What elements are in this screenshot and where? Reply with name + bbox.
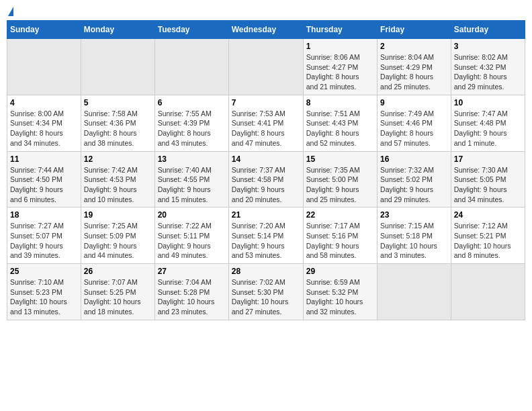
day-number: 24 (454, 210, 522, 220)
weekday-header-thursday: Thursday (303, 21, 377, 39)
calendar-header: SundayMondayTuesdayWednesdayThursdayFrid… (7, 21, 525, 39)
day-info: Sunrise: 7:53 AM Sunset: 4:41 PM Dayligh… (232, 109, 300, 148)
calendar-week-5: 25Sunrise: 7:10 AM Sunset: 5:23 PM Dayli… (7, 264, 525, 320)
calendar-cell: 12Sunrise: 7:42 AM Sunset: 4:53 PM Dayli… (81, 151, 154, 208)
calendar-cell: 28Sunrise: 7:02 AM Sunset: 5:30 PM Dayli… (228, 264, 303, 320)
day-number: 5 (84, 98, 152, 107)
weekday-header-monday: Monday (81, 21, 154, 39)
calendar-cell: 20Sunrise: 7:22 AM Sunset: 5:11 PM Dayli… (154, 208, 228, 264)
calendar-week-1: 1Sunrise: 8:06 AM Sunset: 4:27 PM Daylig… (7, 39, 525, 95)
calendar-cell: 18Sunrise: 7:27 AM Sunset: 5:07 PM Dayli… (7, 208, 81, 264)
calendar-body: 1Sunrise: 8:06 AM Sunset: 4:27 PM Daylig… (7, 39, 525, 320)
day-number: 1 (306, 42, 374, 51)
day-number: 23 (380, 210, 448, 220)
day-number: 26 (84, 267, 152, 276)
calendar-cell: 15Sunrise: 7:35 AM Sunset: 5:00 PM Dayli… (303, 151, 377, 208)
calendar-week-3: 11Sunrise: 7:44 AM Sunset: 4:50 PM Dayli… (7, 151, 525, 208)
day-info: Sunrise: 7:42 AM Sunset: 4:53 PM Dayligh… (84, 165, 152, 205)
calendar-cell (228, 39, 303, 95)
day-number: 17 (454, 154, 522, 164)
calendar-cell: 8Sunrise: 7:51 AM Sunset: 4:43 PM Daylig… (303, 95, 377, 151)
day-info: Sunrise: 7:58 AM Sunset: 4:36 PM Dayligh… (84, 109, 152, 148)
calendar-cell: 22Sunrise: 7:17 AM Sunset: 5:16 PM Dayli… (303, 208, 377, 264)
calendar-cell: 24Sunrise: 7:12 AM Sunset: 5:21 PM Dayli… (451, 208, 525, 264)
day-info: Sunrise: 7:55 AM Sunset: 4:39 PM Dayligh… (158, 109, 226, 148)
day-info: Sunrise: 7:07 AM Sunset: 5:25 PM Dayligh… (84, 277, 152, 317)
day-number: 4 (10, 98, 78, 107)
day-info: Sunrise: 7:27 AM Sunset: 5:07 PM Dayligh… (10, 221, 78, 261)
day-number: 8 (306, 98, 374, 107)
day-number: 2 (380, 42, 448, 51)
calendar-cell: 26Sunrise: 7:07 AM Sunset: 5:25 PM Dayli… (81, 264, 154, 320)
day-info: Sunrise: 7:15 AM Sunset: 5:18 PM Dayligh… (380, 221, 448, 261)
day-info: Sunrise: 8:02 AM Sunset: 4:32 PM Dayligh… (454, 52, 522, 92)
day-info: Sunrise: 7:51 AM Sunset: 4:43 PM Dayligh… (306, 109, 374, 148)
calendar-cell (154, 39, 228, 95)
day-number: 25 (10, 267, 78, 276)
calendar-cell: 11Sunrise: 7:44 AM Sunset: 4:50 PM Dayli… (7, 151, 81, 208)
weekday-header-wednesday: Wednesday (228, 21, 303, 39)
day-info: Sunrise: 7:44 AM Sunset: 4:50 PM Dayligh… (10, 165, 78, 205)
day-number: 28 (232, 267, 300, 276)
day-number: 27 (158, 267, 226, 276)
day-number: 20 (158, 210, 226, 220)
day-number: 7 (232, 98, 300, 107)
day-number: 14 (232, 154, 300, 164)
calendar-cell (451, 264, 525, 320)
day-info: Sunrise: 7:32 AM Sunset: 5:02 PM Dayligh… (380, 165, 448, 205)
day-number: 15 (306, 154, 374, 164)
day-info: Sunrise: 7:17 AM Sunset: 5:16 PM Dayligh… (306, 221, 374, 261)
calendar-cell: 10Sunrise: 7:47 AM Sunset: 4:48 PM Dayli… (451, 95, 525, 151)
day-info: Sunrise: 7:40 AM Sunset: 4:55 PM Dayligh… (158, 165, 226, 205)
day-number: 10 (454, 98, 522, 107)
day-info: Sunrise: 7:22 AM Sunset: 5:11 PM Dayligh… (158, 221, 226, 261)
day-info: Sunrise: 7:02 AM Sunset: 5:30 PM Dayligh… (232, 277, 300, 317)
day-info: Sunrise: 8:00 AM Sunset: 4:34 PM Dayligh… (10, 109, 78, 148)
weekday-row: SundayMondayTuesdayWednesdayThursdayFrid… (7, 21, 525, 39)
day-info: Sunrise: 8:06 AM Sunset: 4:27 PM Dayligh… (306, 52, 374, 92)
day-number: 12 (84, 154, 152, 164)
day-number: 18 (10, 210, 78, 220)
logo-triangle-icon (8, 7, 13, 16)
day-info: Sunrise: 7:10 AM Sunset: 5:23 PM Dayligh… (10, 277, 78, 317)
day-info: Sunrise: 7:12 AM Sunset: 5:21 PM Dayligh… (454, 221, 522, 261)
calendar-week-4: 18Sunrise: 7:27 AM Sunset: 5:07 PM Dayli… (7, 208, 525, 264)
day-info: Sunrise: 8:04 AM Sunset: 4:29 PM Dayligh… (380, 52, 448, 92)
day-info: Sunrise: 7:20 AM Sunset: 5:14 PM Dayligh… (232, 221, 300, 261)
calendar-cell: 4Sunrise: 8:00 AM Sunset: 4:34 PM Daylig… (7, 95, 81, 151)
weekday-header-friday: Friday (378, 21, 451, 39)
calendar-cell (378, 264, 451, 320)
day-info: Sunrise: 7:35 AM Sunset: 5:00 PM Dayligh… (306, 165, 374, 205)
calendar-cell: 25Sunrise: 7:10 AM Sunset: 5:23 PM Dayli… (7, 264, 81, 320)
day-info: Sunrise: 6:59 AM Sunset: 5:32 PM Dayligh… (306, 277, 374, 317)
day-number: 16 (380, 154, 448, 164)
calendar-cell: 16Sunrise: 7:32 AM Sunset: 5:02 PM Dayli… (378, 151, 451, 208)
day-number: 3 (454, 42, 522, 51)
day-number: 19 (84, 210, 152, 220)
calendar-cell: 6Sunrise: 7:55 AM Sunset: 4:39 PM Daylig… (154, 95, 228, 151)
day-number: 6 (158, 98, 226, 107)
calendar-cell: 14Sunrise: 7:37 AM Sunset: 4:58 PM Dayli… (228, 151, 303, 208)
calendar-cell: 7Sunrise: 7:53 AM Sunset: 4:41 PM Daylig… (228, 95, 303, 151)
day-number: 21 (232, 210, 300, 220)
calendar-cell: 21Sunrise: 7:20 AM Sunset: 5:14 PM Dayli… (228, 208, 303, 264)
calendar-cell (81, 39, 154, 95)
day-number: 11 (10, 154, 78, 164)
calendar-cell (7, 39, 81, 95)
day-info: Sunrise: 7:49 AM Sunset: 4:46 PM Dayligh… (380, 109, 448, 148)
calendar-cell: 27Sunrise: 7:04 AM Sunset: 5:28 PM Dayli… (154, 264, 228, 320)
calendar-cell: 19Sunrise: 7:25 AM Sunset: 5:09 PM Dayli… (81, 208, 154, 264)
day-info: Sunrise: 7:47 AM Sunset: 4:48 PM Dayligh… (454, 109, 522, 148)
calendar-week-2: 4Sunrise: 8:00 AM Sunset: 4:34 PM Daylig… (7, 95, 525, 151)
logo (7, 7, 13, 16)
calendar-cell: 13Sunrise: 7:40 AM Sunset: 4:55 PM Dayli… (154, 151, 228, 208)
calendar-cell: 23Sunrise: 7:15 AM Sunset: 5:18 PM Dayli… (378, 208, 451, 264)
weekday-header-sunday: Sunday (7, 21, 81, 39)
calendar-cell: 2Sunrise: 8:04 AM Sunset: 4:29 PM Daylig… (378, 39, 451, 95)
day-info: Sunrise: 7:37 AM Sunset: 4:58 PM Dayligh… (232, 165, 300, 205)
calendar-cell: 17Sunrise: 7:30 AM Sunset: 5:05 PM Dayli… (451, 151, 525, 208)
weekday-header-tuesday: Tuesday (154, 21, 228, 39)
calendar-table: SundayMondayTuesdayWednesdayThursdayFrid… (7, 20, 525, 320)
calendar-cell: 1Sunrise: 8:06 AM Sunset: 4:27 PM Daylig… (303, 39, 377, 95)
day-info: Sunrise: 7:30 AM Sunset: 5:05 PM Dayligh… (454, 165, 522, 205)
